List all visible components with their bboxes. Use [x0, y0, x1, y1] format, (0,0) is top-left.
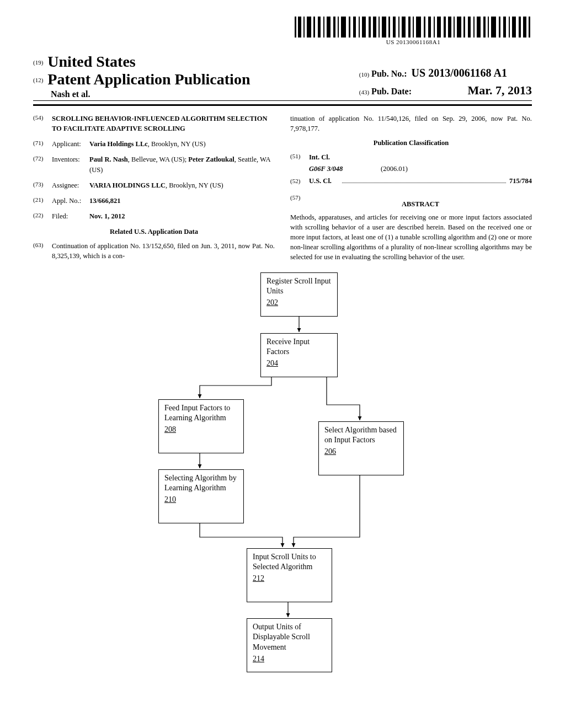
svg-rect-2: [298, 17, 301, 38]
uscl-value: 715/784: [509, 176, 532, 186]
field-continuation: (63) Continuation of application No. 13/…: [33, 241, 275, 261]
uscl-label: U.S. Cl.: [309, 176, 339, 186]
svg-rect-20: [388, 17, 390, 38]
svg-rect-23: [402, 17, 406, 38]
barcode-icon: [295, 17, 532, 38]
svg-rect-18: [379, 17, 380, 38]
flow-ref-212: 212: [253, 574, 264, 584]
svg-rect-19: [382, 17, 386, 38]
top-area: US 20130061168A1: [33, 17, 532, 50]
field-title: (54) SCROLLING BEHAVIOR-INFLUENCED ALGOR…: [33, 114, 275, 133]
filed-label: Filed:: [52, 211, 89, 221]
flow-box-210: Selecting Algorithm by Learning Algorith…: [158, 469, 244, 523]
svg-rect-4: [307, 17, 311, 38]
bibliographic-data: (54) SCROLLING BEHAVIOR-INFLUENCED ALGOR…: [33, 114, 532, 263]
flow-text-206: Select Algorithm based on Input Factors: [324, 426, 397, 445]
intcl-year: (2006.01): [381, 164, 408, 174]
svg-rect-9: [333, 17, 335, 38]
svg-rect-43: [503, 17, 506, 38]
svg-rect-44: [509, 17, 510, 38]
abstract-heading: ABSTRACT: [309, 199, 532, 209]
flow-box-204: Receive Input Factors 204: [260, 333, 338, 377]
svg-rect-15: [362, 17, 366, 38]
svg-rect-32: [448, 17, 451, 38]
applno-value: 13/666,821: [89, 196, 275, 206]
field-applicant: (71) Applicant: Varia Holdings LLc, Broo…: [33, 139, 275, 149]
svg-rect-25: [413, 17, 414, 38]
header-block: (19) United States (12) Patent Applicati…: [33, 53, 532, 99]
svg-rect-29: [434, 17, 435, 38]
field-applno: (21) Appl. No.: 13/666,821: [33, 196, 275, 206]
left-column: (54) SCROLLING BEHAVIOR-INFLUENCED ALGOR…: [33, 114, 275, 263]
svg-rect-10: [338, 17, 339, 38]
svg-rect-13: [353, 17, 356, 38]
continuation-text: Continuation of application No. 13/152,6…: [52, 241, 275, 261]
rule-thick: [33, 104, 532, 106]
svg-rect-21: [393, 17, 396, 38]
svg-rect-35: [463, 17, 465, 38]
svg-rect-36: [468, 17, 471, 38]
pubno-value: US 2013/0061168 A1: [412, 65, 507, 81]
svg-rect-16: [369, 17, 371, 38]
intcl-label: Int. Cl.: [309, 153, 330, 161]
code-57: (57): [290, 194, 309, 212]
field-assignee: (73) Assignee: VARIA HOLDINGS LLC, Brook…: [33, 180, 275, 190]
pubdate-value: Mar. 7, 2013: [416, 81, 532, 99]
invention-title: SCROLLING BEHAVIOR-INFLUENCED ALGORITHM …: [52, 114, 275, 133]
abstract-text: Methods, apparatuses, and articles for r…: [290, 212, 532, 263]
intcl-class: G06F 3/048: [309, 164, 381, 174]
continuation-cont: tinuation of application No. 11/540,126,…: [290, 114, 532, 133]
svg-rect-30: [437, 17, 441, 38]
code-71: (71): [33, 139, 52, 149]
country-name: United States: [47, 53, 135, 70]
applicant-value: Varia Holdings LLc, Brooklyn, NY (US): [89, 139, 275, 149]
code-72: (72): [33, 154, 52, 174]
flow-ref-210: 210: [164, 495, 176, 505]
svg-rect-24: [408, 17, 411, 38]
svg-rect-42: [499, 17, 500, 38]
flow-box-202: Register Scroll Input Units 202: [260, 272, 338, 317]
flow-text-214: Output Units of Displayable Scroll Movem…: [253, 623, 310, 652]
svg-rect-1: [295, 17, 296, 38]
flow-text-202: Register Scroll Input Units: [266, 277, 331, 296]
svg-rect-38: [477, 17, 481, 38]
filed-value: Nov. 1, 2012: [89, 211, 275, 221]
field-inventors: (72) Inventors: Paul R. Nash, Bellevue, …: [33, 154, 275, 174]
svg-rect-6: [318, 17, 321, 38]
applicant-label: Applicant:: [52, 139, 89, 149]
flow-ref-204: 204: [266, 358, 278, 369]
dot-leader: [342, 177, 506, 183]
flow-ref-202: 202: [266, 298, 278, 308]
code-52: (52): [290, 177, 309, 186]
rule-thin: [33, 100, 532, 101]
publication-kind: Patent Application Publication: [47, 71, 250, 88]
svg-rect-31: [444, 17, 446, 38]
flow-ref-214: 214: [253, 654, 264, 665]
pubdate-label: Pub. Date:: [371, 85, 412, 98]
field-filed: (22) Filed: Nov. 1, 2012: [33, 211, 275, 221]
svg-rect-8: [327, 17, 331, 38]
code-54: (54): [33, 114, 52, 133]
inventors-label: Inventors:: [52, 154, 89, 174]
authors: Nash et al.: [51, 89, 250, 99]
flow-ref-206: 206: [324, 447, 336, 457]
flow-text-212: Input Scroll Units to Selected Algorithm: [253, 553, 316, 571]
flow-text-208: Feed Input Factors to Learning Algorithm: [164, 404, 230, 422]
code-63: (63): [33, 241, 52, 261]
classification-heading: Publication Classification: [290, 138, 532, 148]
inid-pubno: (10): [359, 70, 369, 79]
svg-rect-47: [523, 17, 526, 38]
flow-ref-208: 208: [164, 425, 176, 435]
svg-rect-3: [303, 17, 305, 38]
assignee-value: VARIA HOLDINGS LLC, Brooklyn, NY (US): [89, 180, 275, 190]
intcl-row: G06F 3/048 (2006.01): [309, 164, 532, 174]
svg-rect-12: [349, 17, 350, 38]
svg-rect-33: [454, 17, 455, 38]
svg-rect-48: [529, 17, 530, 38]
inid-kind: (12): [33, 77, 43, 83]
svg-rect-45: [512, 17, 516, 38]
svg-rect-28: [428, 17, 431, 38]
inid-country: (19): [33, 59, 43, 66]
code-22: (22): [33, 211, 52, 221]
flow-text-210: Selecting Algorithm by Learning Algorith…: [164, 474, 237, 493]
